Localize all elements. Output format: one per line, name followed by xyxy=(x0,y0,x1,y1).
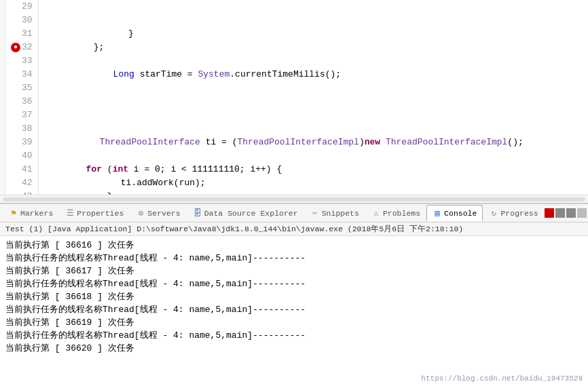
tab-label-properties: Properties xyxy=(77,209,124,218)
console-line: 当前执行第 [ 36616 ] 次任务 xyxy=(5,239,583,252)
tab-properties[interactable]: ☰Properties xyxy=(59,205,130,221)
line-number: 31 xyxy=(11,27,33,41)
pin-button[interactable] xyxy=(577,208,587,218)
console-area: Test (1) [Java Application] D:\software\… xyxy=(0,222,588,388)
line-number: 35 xyxy=(11,81,33,95)
line-number: 41 xyxy=(11,163,33,176)
tab-console[interactable]: ▤Console xyxy=(426,205,483,221)
datasource-icon: 🗄 xyxy=(193,208,202,218)
code-line xyxy=(45,81,588,95)
clear-button[interactable] xyxy=(566,208,576,218)
line-number: 34 xyxy=(11,68,33,81)
disconnect-button[interactable] xyxy=(555,208,565,218)
line-number: 33 xyxy=(11,54,33,68)
tab-label-servers: Servers xyxy=(147,209,180,218)
marker-icon: ⚑ xyxy=(9,208,18,218)
tab-label-snippets: Snippets xyxy=(322,209,359,218)
tab-actions: ▾ xyxy=(545,208,588,219)
code-lines[interactable]: } };Long starTime = System.currentTimeMi… xyxy=(39,0,588,195)
line-number: ●32 xyxy=(11,41,33,54)
console-line: 当前执行第 [ 36620 ] 次任务 xyxy=(5,342,583,355)
code-line: Long starTime = System.currentTimeMillis… xyxy=(45,68,588,81)
code-line: } xyxy=(45,190,588,195)
code-line: for (int i = 0; i < 111111110; i++) { xyxy=(45,163,588,176)
problems-icon: ⚠ xyxy=(371,208,381,218)
tab-label-problems: Problems xyxy=(383,209,420,218)
console-icon: ▤ xyxy=(433,208,442,218)
console-header: Test (1) [Java Application] D:\software\… xyxy=(0,222,588,236)
line-number: 39 xyxy=(11,136,33,149)
tab-progress[interactable]: ↻Progress xyxy=(483,205,544,221)
console-line: 当前执行任务的线程名称Thread[线程 - 4: name,5,main]--… xyxy=(5,252,583,265)
tab-label-progress: Progress xyxy=(500,209,538,218)
tab-label-markers: Markers xyxy=(20,209,53,218)
line-number: 37 xyxy=(11,109,33,122)
code-line: } xyxy=(45,27,588,41)
horizontal-scrollbar[interactable] xyxy=(0,195,588,203)
watermark: https://blog.csdn.net/baidu_19473529 xyxy=(421,374,583,383)
line-number: 30 xyxy=(11,14,33,27)
console-output: 当前执行第 [ 36616 ] 次任务当前执行任务的线程名称Thread[线程 … xyxy=(0,236,588,388)
tab-label-console: Console xyxy=(444,209,477,218)
code-line xyxy=(45,54,588,68)
line-numbers: 293031●323334353637383940414243 xyxy=(5,0,39,195)
properties-icon: ☰ xyxy=(65,208,75,218)
tab-snippets[interactable]: ✂Snippets xyxy=(304,205,365,221)
line-number: 29 xyxy=(11,0,33,14)
line-number: 43 xyxy=(11,190,33,195)
code-line: ti.addWork(run); xyxy=(45,176,588,190)
code-line xyxy=(45,149,588,163)
code-line: }; xyxy=(45,41,588,54)
line-number: 40 xyxy=(11,149,33,163)
console-line: 当前执行第 [ 36618 ] 次任务 xyxy=(5,290,583,303)
tab-markers[interactable]: ⚑Markers xyxy=(3,205,59,221)
stop-button[interactable] xyxy=(545,208,554,218)
line-number: 42 xyxy=(11,176,33,190)
tab-problems[interactable]: ⚠Problems xyxy=(365,205,426,221)
console-line: 当前执行任务的线程名称Thread[线程 - 4: name,5,main]--… xyxy=(5,277,583,290)
left-gutter xyxy=(0,0,5,195)
progress-icon: ↻ xyxy=(489,208,498,218)
code-editor[interactable]: 293031●323334353637383940414243 } };Long… xyxy=(0,0,588,203)
code-line xyxy=(45,122,588,136)
line-number: 36 xyxy=(11,95,33,109)
code-line: ThreadPoolInterface ti = (ThreadPoolInte… xyxy=(45,136,588,149)
snippets-icon: ✂ xyxy=(310,208,320,218)
code-line xyxy=(45,109,588,122)
tab-bar: ⚑Markers☰Properties⚙Servers🗄Data Source … xyxy=(0,203,588,222)
code-line xyxy=(45,95,588,109)
servers-icon: ⚙ xyxy=(136,208,145,218)
console-header-text: Test (1) [Java Application] D:\software\… xyxy=(5,225,463,233)
tab-datasource[interactable]: 🗄Data Source Explorer xyxy=(187,205,304,221)
tab-servers[interactable]: ⚙Servers xyxy=(130,205,186,221)
console-line: 当前执行第 [ 36619 ] 次任务 xyxy=(5,316,583,329)
console-line: 当前执行任务的线程名称Thread[线程 - 4: name,5,main]--… xyxy=(5,303,583,316)
console-line: 当前执行任务的线程名称Thread[线程 - 4: name,5,main]--… xyxy=(5,329,583,342)
console-line: 当前执行第 [ 36617 ] 次任务 xyxy=(5,265,583,277)
line-number: 38 xyxy=(11,122,33,136)
tab-label-datasource: Data Source Explorer xyxy=(204,209,298,218)
